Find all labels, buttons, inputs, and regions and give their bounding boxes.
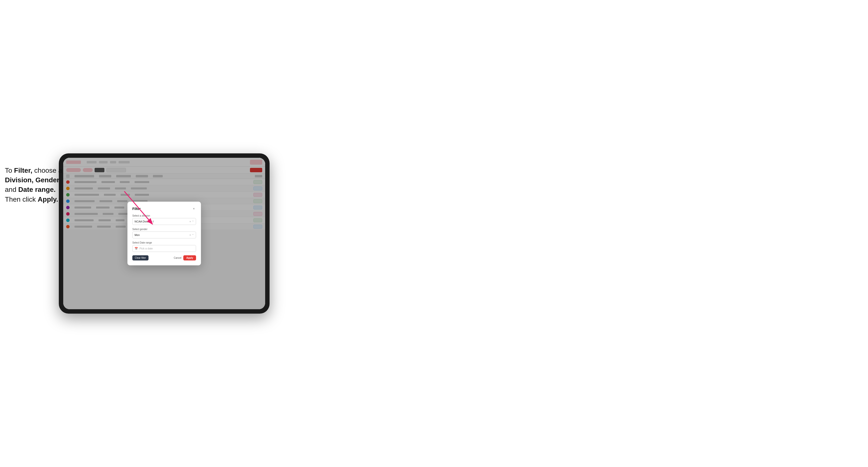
modal-footer-right: Cancel Apply: [174, 255, 196, 260]
filter-dialog: Filter × Select a division NCAA Division…: [127, 201, 201, 266]
gender-label: Select gender: [132, 228, 196, 230]
tablet-frame: Filter × Select a division NCAA Division…: [59, 153, 863, 314]
modal-close-button[interactable]: ×: [192, 207, 196, 211]
gender-select-actions: × ⌃: [189, 234, 194, 237]
division-label: Select a division: [132, 214, 196, 217]
gender-clear-button[interactable]: ×: [189, 234, 191, 237]
modal-overlay: Filter × Select a division NCAA Division…: [63, 158, 265, 309]
gender-select-value: Men: [134, 234, 189, 237]
division-select[interactable]: NCAA Division I × ⌃: [132, 218, 196, 225]
gender-select[interactable]: Men × ⌃: [132, 231, 196, 239]
gender-form-group: Select gender Men × ⌃: [132, 228, 196, 239]
division-chevron-icon: ⌃: [192, 220, 194, 223]
division-select-value: NCAA Division I: [134, 220, 189, 223]
date-form-group: Select Date range 📅 Pick a date: [132, 241, 196, 252]
gender-chevron-icon: ⌃: [192, 234, 194, 237]
modal-header: Filter ×: [132, 207, 196, 211]
apply-button[interactable]: Apply: [183, 255, 196, 260]
tablet-device: Filter × Select a division NCAA Division…: [59, 153, 270, 314]
modal-footer: Clear filter Cancel Apply: [132, 255, 196, 260]
date-picker[interactable]: 📅 Pick a date: [132, 245, 196, 252]
division-clear-button[interactable]: ×: [189, 220, 191, 223]
clear-filter-button[interactable]: Clear filter: [132, 255, 149, 260]
date-placeholder: Pick a date: [140, 247, 153, 250]
tablet-screen: Filter × Select a division NCAA Division…: [63, 158, 265, 309]
page-layout: To Filter, choose a Division, Gender and…: [5, 153, 863, 314]
division-select-actions: × ⌃: [189, 220, 194, 223]
division-form-group: Select a division NCAA Division I × ⌃: [132, 214, 196, 225]
calendar-icon: 📅: [134, 247, 138, 250]
date-label: Select Date range: [132, 241, 196, 244]
modal-title: Filter: [132, 207, 141, 211]
cancel-button[interactable]: Cancel: [174, 256, 181, 259]
